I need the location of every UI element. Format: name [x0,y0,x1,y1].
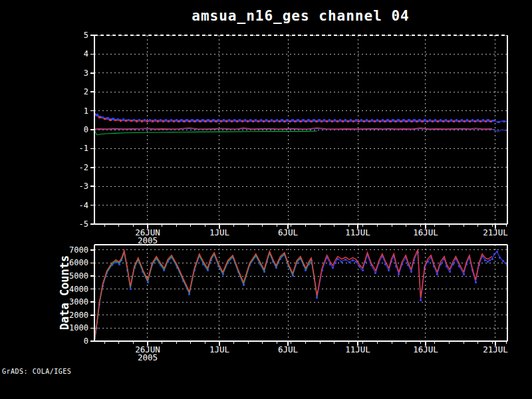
x-tick-label: 16JUL [413,344,438,354]
x-tick-label: 6JUL [278,344,298,354]
y-tick-label: 3000 [69,297,88,307]
x-tick-label: 11JUL [345,227,370,237]
axis-tick-labels: 543210-1-2-3-4-526JUN20051JUL6JUL11JUL16… [79,31,508,245]
series-bottom-red [94,250,492,340]
data-series [94,250,509,344]
x-tick-label: 1JUL [209,227,229,237]
x-tick-label: 21JUL [483,227,508,237]
y-tick-label: 3 [84,68,88,78]
y-tick-label: 4000 [69,285,88,294]
y-tick-label: 2000 [69,311,88,320]
series-bottom-blue [94,251,509,344]
y-tick-label: 2 [84,87,88,96]
y-tick-label: 5000 [69,271,88,281]
top-panel-chart: 543210-1-2-3-4-526JUN20051JUL6JUL11JUL16… [66,30,525,249]
series-top-red-line [94,128,492,129]
bottom-panel-chart: 7000600050004000300020001000026JUN20051J… [66,239,525,366]
data-series [93,113,507,135]
y-tick-label: -3 [79,182,88,191]
y-tick-label: 0 [84,336,88,346]
grads-plot-screen: amsua_n16_ges channel 04 543210-1-2-3-4-… [0,0,532,399]
y-tick-label: 7000 [69,245,88,255]
y-tick-label: 6000 [69,258,88,267]
x-tick-label: 1JUL [209,344,229,354]
x-year-label: 2005 [138,352,158,362]
y-tick-label: 5 [84,31,88,40]
series-top-green-line [94,130,317,135]
y-tick-label: 4 [84,49,88,59]
x-tick-label: 16JUL [413,227,438,237]
y-tick-label: -5 [79,219,88,229]
y-tick-label: -2 [79,163,88,172]
x-tick-label: 21JUL [483,344,508,354]
y-tick-label: 1000 [69,323,88,332]
axis-ticks [90,35,507,229]
y-tick-label: 0 [84,125,88,134]
y-tick-label: 1 [84,106,88,116]
y-tick-label: -1 [79,144,88,153]
grads-credit: GrADS: COLA/IGES [2,368,71,375]
y-tick-label: -4 [79,201,88,210]
x-tick-label: 6JUL [278,227,298,237]
x-tick-label: 11JUL [345,344,370,354]
plot-title: amsua_n16_ges channel 04 [71,8,530,24]
